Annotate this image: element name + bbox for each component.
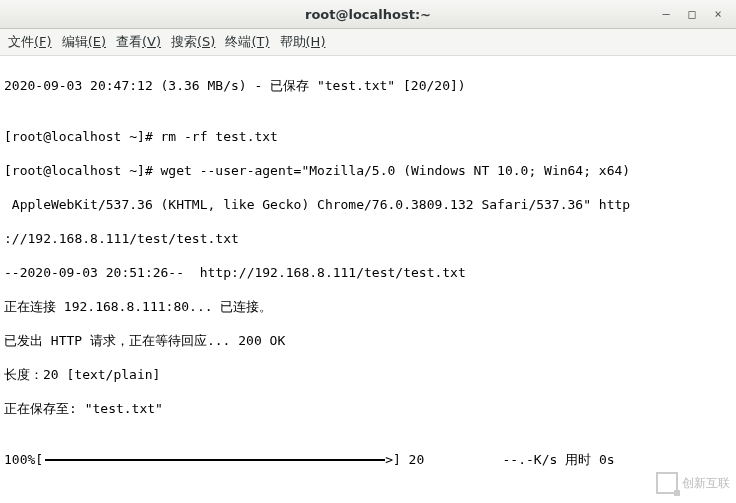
- menu-edit[interactable]: 编辑(E): [62, 33, 106, 51]
- titlebar: root@localhost:~ – □ ×: [0, 0, 736, 29]
- prompt: [root@localhost ~]#: [4, 163, 161, 178]
- menubar: 文件(F) 编辑(E) 查看(V) 搜索(S) 终端(T) 帮助(H): [0, 29, 736, 56]
- window-controls: – □ ×: [658, 0, 730, 28]
- progress-line: 100%[>] 20 --.-K/s 用时 0s: [4, 451, 732, 468]
- menu-view[interactable]: 查看(V): [116, 33, 161, 51]
- minimize-button[interactable]: –: [658, 6, 674, 22]
- prompt: [root@localhost ~]#: [4, 129, 161, 144]
- progress-left: 100%[: [4, 451, 43, 468]
- term-line: 正在连接 192.168.8.111:80... 已连接。: [4, 298, 732, 315]
- term-line: ://192.168.8.111/test/test.txt: [4, 230, 732, 247]
- menu-term[interactable]: 终端(T): [225, 33, 269, 51]
- menu-search[interactable]: 搜索(S): [171, 33, 215, 51]
- term-line: AppleWebKit/537.36 (KHTML, like Gecko) C…: [4, 196, 732, 213]
- term-line: 正在保存至: "test.txt": [4, 400, 732, 417]
- progress-right: ] 20 --.-K/s 用时 0s: [393, 451, 615, 468]
- term-line: [root@localhost ~]# rm -rf test.txt: [4, 128, 732, 145]
- progress-arrow-icon: >: [385, 451, 393, 468]
- term-line: 长度：20 [text/plain]: [4, 366, 732, 383]
- term-line: [root@localhost ~]# wget --user-agent="M…: [4, 162, 732, 179]
- command: rm -rf test.txt: [161, 129, 278, 144]
- maximize-button[interactable]: □: [684, 6, 700, 22]
- term-line: --2020-09-03 20:51:26-- http://192.168.8…: [4, 264, 732, 281]
- progress-bar: [45, 459, 385, 461]
- menu-file[interactable]: 文件(F): [8, 33, 52, 51]
- terminal[interactable]: 2020-09-03 20:47:12 (3.36 MB/s) - 已保存 "t…: [0, 56, 736, 503]
- menu-help[interactable]: 帮助(H): [280, 33, 326, 51]
- command: wget --user-agent="Mozilla/5.0 (Windows …: [161, 163, 631, 178]
- window-title: root@localhost:~: [0, 7, 736, 22]
- term-line: 2020-09-03 20:47:12 (3.36 MB/s) - 已保存 "t…: [4, 77, 732, 94]
- close-button[interactable]: ×: [710, 6, 726, 22]
- term-line: 已发出 HTTP 请求，正在等待回应... 200 OK: [4, 332, 732, 349]
